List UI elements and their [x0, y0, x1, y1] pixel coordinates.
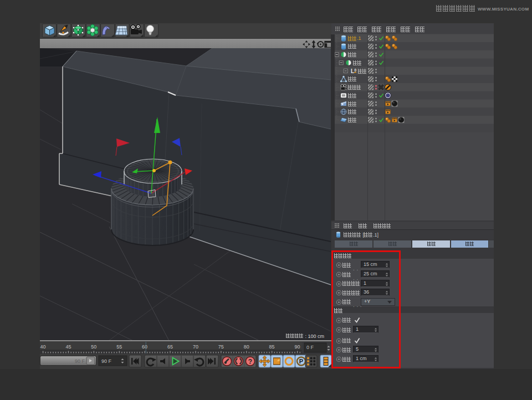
svg-text:55: 55: [116, 344, 122, 350]
svg-text:80: 80: [244, 344, 249, 350]
svg-text:90 F: 90 F: [101, 358, 112, 364]
svg-text:70: 70: [193, 344, 198, 350]
svg-text:90 F: 90 F: [75, 358, 85, 364]
svg-text:60: 60: [142, 344, 147, 350]
svg-text:40: 40: [40, 344, 45, 350]
svg-text:75: 75: [218, 344, 224, 350]
svg-text:90: 90: [294, 344, 300, 350]
svg-text:?: ?: [248, 358, 252, 366]
svg-text:65: 65: [167, 344, 173, 350]
svg-text:45: 45: [65, 344, 71, 350]
svg-text:85: 85: [269, 344, 275, 350]
svg-text:P: P: [299, 358, 303, 365]
svg-text:50: 50: [91, 344, 96, 350]
svg-text:0 F: 0 F: [306, 345, 314, 350]
